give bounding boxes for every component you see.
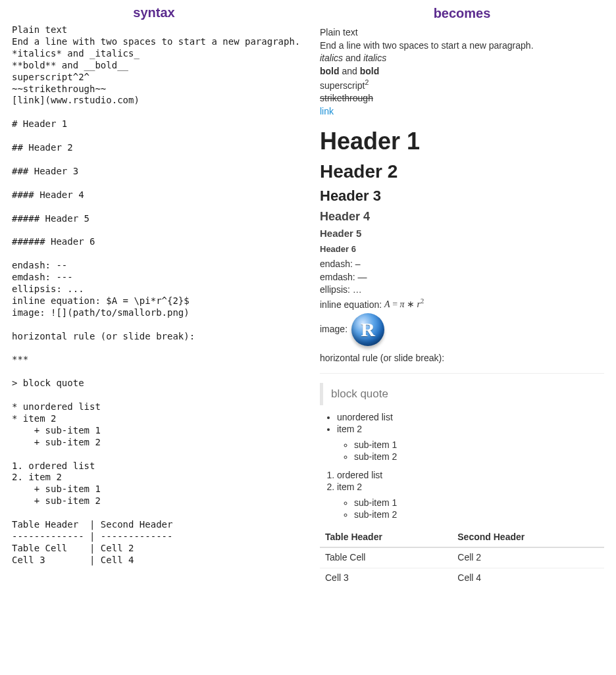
ellipsis-label: ellipsis: [320,284,353,295]
inline-equation: A = π ∗ r2 [384,299,424,309]
emdash-label: emdash: [320,272,358,282]
italics-1: italics [320,53,343,63]
table-cell: Cell 2 [452,547,604,568]
eq-a: A [384,299,390,309]
sub-list: sub-item 1 sub-item 2 [354,497,604,521]
sub-list: sub-item 1 sub-item 2 [354,439,604,463]
strike-line: strikethrough [320,93,604,105]
syntax-block: Plain text End a line with two spaces to… [12,24,296,566]
table-row: Table Header Second Header [320,528,604,548]
endash-label: endash: [320,259,355,269]
becomes-title: becomes [320,0,604,26]
italics-line: italics and italics [320,53,604,64]
rendered-link[interactable]: link [320,106,334,116]
bold-line: bold and bold [320,66,604,78]
table-row: Cell 3 Cell 4 [320,568,604,588]
rendered-table: Table Header Second Header Table Cell Ce… [320,528,604,588]
r-orb-icon [351,313,384,346]
page: syntax Plain text End a line with two sp… [0,0,616,598]
italics-2: italics [363,53,386,63]
image-line: image: [320,313,604,346]
header-3: Header 3 [320,187,604,205]
plain-text-2: End a line with two spaces to start a ne… [320,40,604,52]
syntax-column: syntax Plain text End a line with two sp… [0,0,308,598]
list-item-label: item 2 [337,424,362,434]
list-item: sub-item 2 [354,509,604,521]
emdash-char: — [358,272,367,282]
superscript-label: superscript [320,80,365,91]
table-header: Table Header [320,528,452,548]
superscript-exp: 2 [365,78,369,86]
eq-star: ∗ [405,299,417,309]
eq-label: inline equation: [320,299,384,309]
superscript-line: superscript2 [320,78,604,91]
header-6: Header 6 [320,244,604,255]
table-cell: Cell 4 [452,568,604,588]
and-2: and [340,66,360,76]
eq-pi: π [400,299,405,309]
eq-exp: 2 [421,298,424,305]
ellipsis-char: … [353,284,362,295]
image-label: image: [320,324,347,336]
equation-line: inline equation: A = π ∗ r2 [320,297,604,311]
list-item: ordered list [337,470,604,482]
and-1: and [343,53,363,63]
list-item: sub-item 2 [354,451,604,463]
strike-text: strikethrough [320,93,373,103]
table-cell: Table Cell [320,547,452,568]
list-item: item 2 sub-item 1 sub-item 2 [337,482,604,521]
eq-eq: = [390,299,400,309]
bold-1: bold [320,66,340,76]
list-item-label: item 2 [337,482,362,492]
endash-char: – [355,259,361,269]
header-5: Header 5 [320,228,604,240]
header-4: Header 4 [320,209,604,224]
list-item: item 2 sub-item 1 sub-item 2 [337,424,604,463]
block-quote: block quote [320,383,604,405]
unordered-list: unordered list item 2 sub-item 1 sub-ite… [337,412,604,463]
header-2: Header 2 [320,160,604,183]
list-item: unordered list [337,412,604,424]
table-header: Second Header [452,528,604,548]
emdash-line: emdash: — [320,272,604,284]
bold-2: bold [360,66,380,76]
ellipsis-line: ellipsis: … [320,284,604,296]
link-line: link [320,106,604,118]
table-row: Table Cell Cell 2 [320,547,604,568]
plain-text-1: Plain text [320,27,604,39]
table-cell: Cell 3 [320,568,452,588]
hr-label: horizontal rule (or slide break): [320,353,604,364]
horizontal-rule [320,373,604,374]
list-item: sub-item 1 [354,497,604,509]
list-item: sub-item 1 [354,439,604,451]
rendered-column: becomes Plain text End a line with two s… [308,0,616,598]
header-1: Header 1 [320,126,604,156]
ordered-list: ordered list item 2 sub-item 1 sub-item … [337,470,604,521]
endash-line: endash: – [320,259,604,270]
syntax-title: syntax [12,0,296,24]
